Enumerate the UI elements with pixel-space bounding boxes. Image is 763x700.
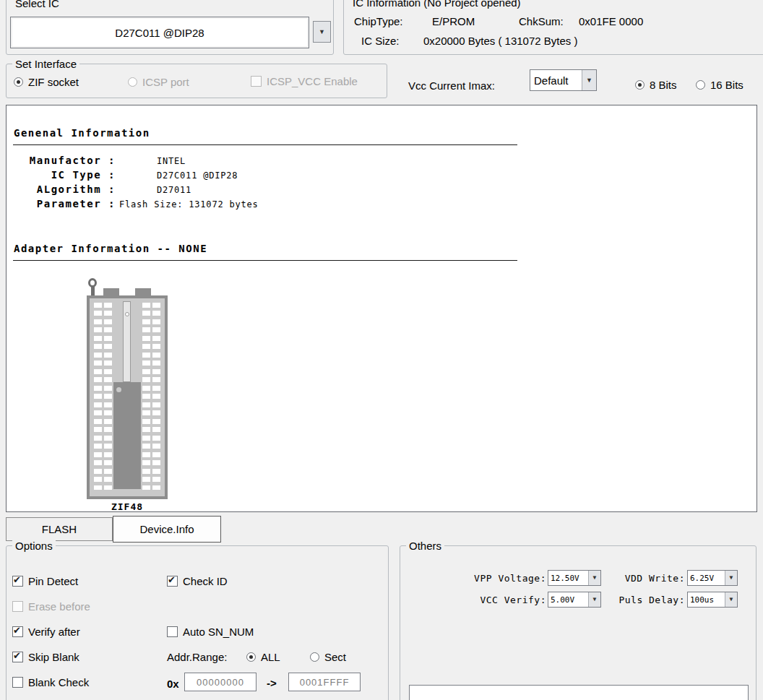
vcc-verify-combobox[interactable]: 5.00V ▼ [548, 592, 601, 608]
puls-delay-label: Puls Delay: [617, 595, 685, 605]
checkbox-icon[interactable]: ✔ [12, 576, 23, 587]
radio-icon[interactable] [635, 80, 645, 90]
tab-device-info[interactable]: Device.Info [113, 516, 221, 543]
socket-pivot-dot [125, 312, 129, 316]
pin-detect-checkbox[interactable]: ✔ Pin Detect [12, 575, 78, 587]
checkbox-icon[interactable] [12, 601, 23, 612]
checkmark-icon: ✔ [13, 625, 21, 636]
general-information-title: Genenal Information [14, 127, 150, 139]
zif-socket-radio[interactable]: ZIF socket [14, 76, 79, 88]
verify-after-label: Verify after [28, 626, 80, 638]
vdd-write-combobox[interactable]: 6.25V ▼ [687, 570, 738, 586]
programmer-window: Select IC D27C011 @DIP28 ▼ IC Informatio… [0, 0, 763, 700]
tab-flash[interactable]: FLASH [6, 517, 113, 541]
checkbox-icon[interactable] [167, 626, 178, 637]
checkmark-icon: ✔ [168, 574, 176, 586]
radio-icon[interactable] [696, 80, 705, 90]
info-row-parameter: Parameter : Flash Size: 131072 bytes [13, 198, 259, 212]
8-bits-radio[interactable]: 8 Bits [635, 79, 677, 91]
vcc-current-dropdown-button[interactable]: ▼ [582, 70, 596, 90]
radio-icon[interactable] [246, 652, 256, 662]
verify-after-checkbox[interactable]: ✔ Verify after [12, 626, 80, 638]
select-ic-dropdown-button[interactable]: ▼ [313, 21, 331, 43]
divider [13, 260, 517, 261]
auto-sn-num-label: Auto SN_NUM [183, 626, 254, 638]
zif-socket-radio-label: ZIF socket [28, 76, 79, 88]
chevron-down-icon: ▼ [319, 29, 325, 35]
blank-check-checkbox[interactable]: Blank Check [12, 676, 89, 688]
info-row-ic-type: IC Type : D27C011 @DIP28 [13, 169, 259, 183]
socket-pin-column [152, 303, 160, 490]
icsp-port-radio-label: ICSP port [142, 76, 189, 88]
erase-before-checkbox[interactable]: Erase before [12, 600, 90, 613]
checkbox-icon[interactable] [12, 677, 23, 688]
icsp-port-radio[interactable]: ICSP port [128, 76, 189, 88]
chevron-down-icon: ▼ [586, 77, 592, 84]
adapter-information-title: Adapter Information -- NONE [14, 243, 207, 254]
info-label: ALgorithm : [13, 183, 116, 195]
radio-icon[interactable] [310, 652, 319, 662]
vcc-current-label: Vcc Current Imax: [408, 79, 495, 92]
pin-detect-label: Pin Detect [28, 575, 78, 587]
chip-pin1-notch [116, 387, 121, 392]
puls-delay-value: 100us [688, 592, 725, 607]
puls-delay-combobox[interactable]: 100us ▼ [687, 592, 738, 608]
select-ic-value: D27C011 @DIP28 [115, 27, 204, 39]
others-group-label: Others [406, 540, 444, 553]
skip-blank-checkbox[interactable]: ✔ Skip Blank [12, 651, 79, 663]
select-ic-combobox[interactable]: D27C011 @DIP28 [10, 17, 309, 48]
icsp-vcc-checkbox-label: ICSP_VCC Enable [267, 75, 358, 87]
others-info-panel [409, 685, 749, 700]
chip-type-value: E/PROM [432, 15, 475, 27]
addr-range-all-radio[interactable]: ALL [246, 651, 280, 663]
erase-before-label: Erase before [28, 600, 90, 613]
vpp-voltage-dropdown-button[interactable]: ▼ [588, 571, 600, 585]
radio-icon[interactable] [128, 77, 137, 87]
divider [13, 144, 517, 145]
hex-prefix-label: 0x [167, 678, 179, 690]
vcc-current-value: Default [530, 70, 582, 90]
socket-pin-column [94, 303, 102, 490]
vdd-write-label: VDD Write: [617, 573, 685, 584]
socket-center-channel [123, 301, 131, 382]
zif-socket-graphic [82, 277, 173, 501]
vpp-voltage-combobox[interactable]: 12.50V ▼ [548, 570, 601, 586]
chevron-down-icon: ▼ [593, 575, 597, 581]
ic-size-value: 0x20000 Bytes ( 131072 Bytes ) [423, 35, 577, 47]
device-info-table: Manufactor : INTEL IC Type : D27C011 @DI… [13, 155, 259, 212]
checkbox-icon[interactable]: ✔ [12, 626, 23, 637]
tab-device-info-label: Device.Info [139, 523, 194, 535]
icsp-vcc-checkbox[interactable]: ICSP_VCC Enable [251, 75, 358, 87]
addr-start-input[interactable] [184, 673, 257, 691]
skip-blank-label: Skip Blank [28, 651, 79, 663]
set-interface-group: Set Interface ZIF socket ICSP port ICSP_… [6, 64, 387, 98]
info-label: IC Type : [13, 169, 116, 181]
vdd-write-dropdown-button[interactable]: ▼ [725, 571, 737, 585]
set-interface-group-label: Set Interface [12, 58, 79, 71]
chevron-down-icon: ▼ [730, 575, 733, 581]
vcc-verify-dropdown-button[interactable]: ▼ [588, 592, 600, 607]
info-value: D27C011 @DIP28 [157, 170, 238, 181]
others-group: Others VPP Voltage: 12.50V ▼ VDD Write: … [400, 545, 756, 700]
addr-end-input[interactable] [288, 673, 361, 691]
chevron-down-icon: ▼ [593, 597, 597, 602]
options-group-label: Options [12, 540, 56, 553]
addr-range-sect-label: Sect [324, 651, 346, 663]
info-row-algorithm: ALgorithm : D27011 [13, 183, 259, 198]
auto-sn-num-checkbox[interactable]: Auto SN_NUM [167, 626, 254, 638]
checkbox-icon[interactable]: ✔ [167, 576, 178, 587]
check-id-checkbox[interactable]: ✔ Check ID [167, 575, 228, 587]
checkbox-icon[interactable] [251, 76, 262, 87]
info-value: D27011 [157, 185, 191, 195]
chevron-down-icon: ▼ [730, 597, 733, 602]
8-bits-radio-label: 8 Bits [650, 79, 677, 91]
puls-delay-dropdown-button[interactable]: ▼ [725, 592, 737, 607]
vpp-voltage-value: 12.50V [548, 571, 588, 585]
checkbox-icon[interactable]: ✔ [12, 652, 23, 662]
radio-icon[interactable] [14, 77, 23, 87]
16-bits-radio-label: 16 Bits [710, 79, 743, 91]
16-bits-radio[interactable]: 16 Bits [696, 79, 743, 91]
range-arrow-label: -> [267, 677, 277, 689]
addr-range-sect-radio[interactable]: Sect [310, 651, 346, 663]
vcc-current-combobox[interactable]: Default ▼ [530, 69, 597, 91]
